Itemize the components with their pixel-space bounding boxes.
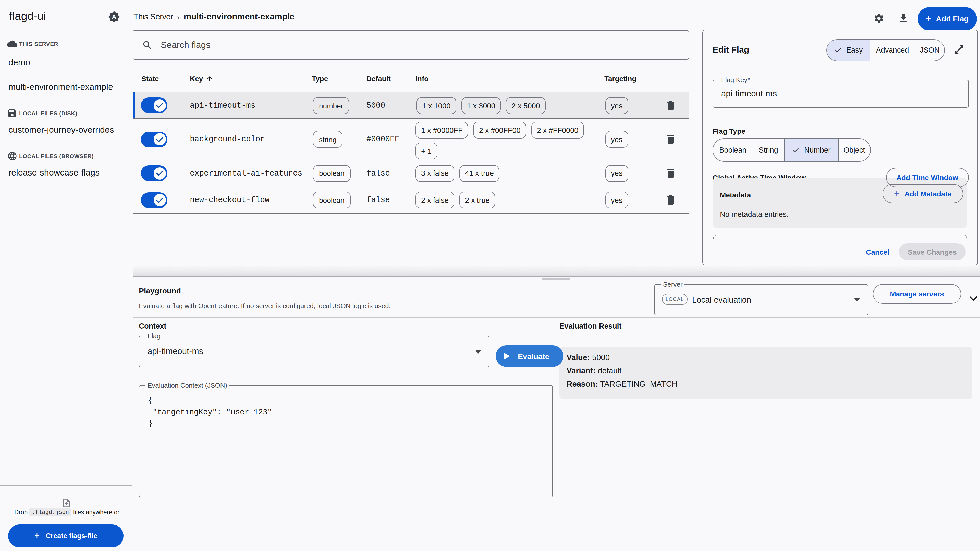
svg-text:A: A [112, 13, 116, 21]
